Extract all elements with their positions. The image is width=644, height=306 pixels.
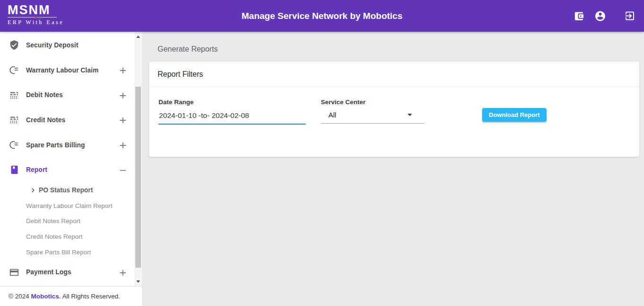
sidebar-item-label: Warranty Labour Claim bbox=[26, 67, 98, 74]
sidebar-item-payment-logs[interactable]: Payment Logs + bbox=[0, 260, 134, 285]
dashed-notes-icon bbox=[9, 114, 20, 126]
sidebar-nav: Security Deposit Warranty Labour Claim +… bbox=[0, 32, 134, 286]
page-title: Generate Reports bbox=[158, 45, 644, 54]
expand-plus-icon[interactable]: + bbox=[119, 140, 127, 150]
submenu-item-label: Spare Parts Bill Report bbox=[26, 249, 91, 256]
scrollbar-thumb[interactable] bbox=[135, 87, 141, 268]
copyright-suffix: . All Rights Reserved. bbox=[59, 293, 120, 300]
sidebar-item-label: Debit Notes bbox=[26, 91, 63, 99]
sidebar-item-credit-notes[interactable]: Credit Notes + bbox=[0, 108, 134, 133]
sidebar-item-label: Credit Notes bbox=[26, 117, 65, 124]
app-logo[interactable]: MSNM ERP With Ease bbox=[8, 3, 64, 26]
download-report-button[interactable]: Download Report bbox=[482, 108, 547, 122]
card-title: Report Filters bbox=[149, 62, 639, 87]
submenu-item-label: Warranty Labour Claim Report bbox=[26, 202, 113, 209]
date-range-input[interactable] bbox=[159, 111, 306, 125]
header-actions bbox=[573, 10, 635, 22]
sidebar-item-security-deposit[interactable]: Security Deposit bbox=[0, 33, 134, 58]
sidebar-item-report[interactable]: Report − bbox=[0, 157, 134, 182]
expand-plus-icon[interactable]: + bbox=[119, 115, 127, 125]
chevron-right-icon bbox=[30, 187, 36, 193]
claim-list-icon bbox=[9, 139, 20, 151]
sidebar-scrollbar[interactable] bbox=[134, 32, 142, 286]
sidebar-item-debit-notes[interactable]: Debit Notes + bbox=[0, 82, 134, 108]
date-range-label: Date Range bbox=[159, 99, 306, 106]
app-window: MSNM ERP With Ease Manage Service Networ… bbox=[0, 0, 644, 306]
dashed-notes-icon bbox=[9, 90, 20, 101]
submenu-item-credit-notes-report[interactable]: Credit Notes Report bbox=[0, 229, 134, 244]
service-center-group: Service Center All bbox=[321, 99, 424, 124]
scroll-up-arrow-icon[interactable] bbox=[134, 33, 142, 40]
sidebar-item-label: Report bbox=[26, 166, 47, 173]
wallet-icon[interactable] bbox=[573, 10, 585, 22]
copyright-footer: © 2024 Mobotics. All Rights Reserved. bbox=[0, 286, 142, 306]
logo-dot-red bbox=[35, 17, 37, 18]
dropdown-caret-icon bbox=[407, 114, 412, 116]
logo-tagline: ERP With Ease bbox=[8, 19, 64, 26]
scroll-down-arrow-icon[interactable] bbox=[134, 278, 142, 285]
sidebar-item-warranty-labour-claim[interactable]: Warranty Labour Claim + bbox=[0, 58, 134, 83]
filters-row: Date Range Service Center All Download R… bbox=[149, 87, 639, 156]
sidebar-item-label: Security Deposit bbox=[26, 42, 78, 49]
submenu-item-po-status-report[interactable]: PO Status Report bbox=[0, 182, 134, 198]
service-center-value: All bbox=[328, 111, 336, 119]
account-icon[interactable] bbox=[594, 10, 606, 22]
submenu-item-warranty-labour-claim-report[interactable]: Warranty Labour Claim Report bbox=[0, 198, 134, 214]
submenu-item-label: PO Status Report bbox=[39, 187, 93, 194]
logo-dot-green bbox=[39, 17, 41, 18]
logo-title: MSNM bbox=[8, 3, 64, 17]
collapse-minus-icon[interactable]: − bbox=[119, 165, 127, 175]
app-title: Manage Service Network by Mobotics bbox=[242, 11, 403, 21]
submenu-item-debit-notes-report[interactable]: Debit Notes Report bbox=[0, 214, 134, 229]
logout-icon[interactable] bbox=[624, 10, 635, 22]
report-submenu: PO Status Report Warranty Labour Claim R… bbox=[0, 182, 134, 260]
service-center-select[interactable]: All bbox=[321, 111, 424, 124]
sidebar: Security Deposit Warranty Labour Claim +… bbox=[0, 32, 142, 306]
claim-list-icon bbox=[9, 64, 20, 76]
date-range-group: Date Range bbox=[159, 99, 306, 125]
report-filters-card: Report Filters Date Range Service Center… bbox=[149, 62, 639, 157]
book-icon bbox=[9, 164, 20, 176]
logo-divider bbox=[8, 17, 57, 18]
service-center-label: Service Center bbox=[321, 99, 424, 106]
sidebar-item-label: Spare Parts Billing bbox=[26, 142, 85, 149]
main-content: Generate Reports Report Filters Date Ran… bbox=[142, 32, 644, 306]
credit-card-icon bbox=[9, 267, 20, 278]
submenu-item-label: Debit Notes Report bbox=[26, 217, 80, 225]
expand-plus-icon[interactable]: + bbox=[119, 268, 127, 277]
expand-plus-icon[interactable]: + bbox=[119, 65, 127, 75]
submenu-item-spare-parts-bill-report[interactable]: Spare Parts Bill Report bbox=[0, 244, 134, 260]
copyright-prefix: © 2024 bbox=[9, 293, 31, 300]
expand-plus-icon[interactable]: + bbox=[119, 90, 127, 100]
sidebar-item-spare-parts-billing[interactable]: Spare Parts Billing + bbox=[0, 133, 134, 158]
app-header: MSNM ERP With Ease Manage Service Networ… bbox=[0, 0, 644, 32]
shield-check-icon bbox=[9, 39, 20, 51]
brand-link[interactable]: Mobotics bbox=[31, 293, 59, 300]
submenu-item-label: Credit Notes Report bbox=[26, 233, 82, 240]
sidebar-item-label: Payment Logs bbox=[26, 269, 71, 276]
